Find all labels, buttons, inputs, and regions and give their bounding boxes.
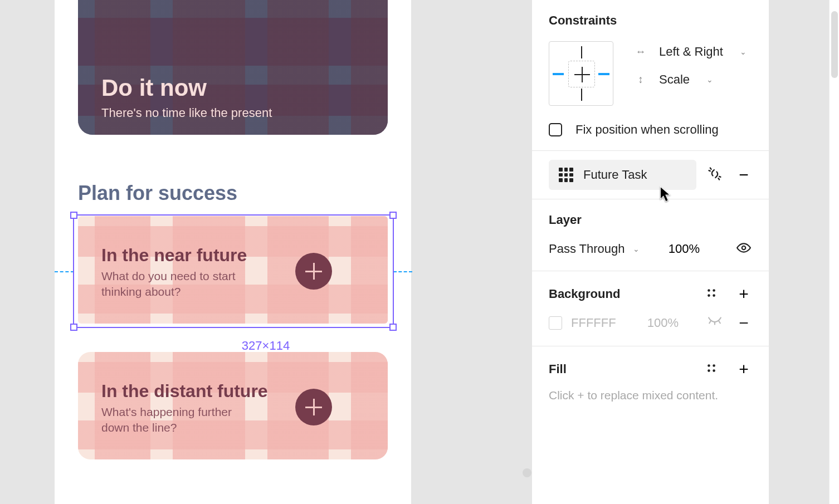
checkbox[interactable] [549, 123, 562, 136]
card-subtitle: What's happening further down the line? [101, 404, 257, 436]
card-title: In the near future [101, 245, 247, 266]
chevron-down-icon: ⌄ [740, 47, 747, 56]
blend-mode-select[interactable]: Pass Through [549, 242, 625, 256]
opacity-value[interactable]: 100% [669, 242, 700, 256]
background-section: Background + FFFFFF 100% − [532, 271, 769, 346]
component-grid-icon [559, 168, 573, 182]
vertical-scrollbar[interactable] [829, 0, 839, 504]
inspector-panel: Constraints ↔ Left & Right ⌄ ↕ Scale ⌄ [531, 0, 769, 504]
vertical-arrow-icon: ↕ [635, 74, 647, 86]
vertical-constraint-select[interactable]: ↕ Scale ⌄ [635, 72, 747, 87]
minus-icon[interactable]: − [735, 165, 752, 184]
component-name: Future Task [583, 168, 647, 182]
color-swatch[interactable] [549, 316, 562, 330]
scrollbar-thumb[interactable] [831, 11, 838, 78]
card-title: Do it now [101, 75, 207, 101]
alignment-guide [55, 271, 74, 272]
bg-opacity-value[interactable]: 100% [647, 316, 679, 330]
card-do-it-now[interactable]: Do it now There's no time like the prese… [78, 0, 388, 135]
hex-value[interactable]: FFFFFF [571, 316, 616, 330]
alignment-guide [393, 271, 412, 272]
horizontal-arrow-icon: ↔ [635, 46, 647, 58]
section-heading: Constraints [549, 13, 752, 28]
fill-hint-text: Click + to replace mixed content. [549, 389, 752, 402]
section-heading: Background [549, 287, 620, 301]
visibility-eye-icon[interactable] [735, 241, 752, 257]
layer-section: Layer Pass Through ⌄ 100% [532, 199, 769, 271]
component-instance-select[interactable]: Future Task [549, 160, 696, 190]
styles-icon[interactable] [703, 362, 720, 376]
plus-icon[interactable]: + [735, 285, 752, 304]
canvas-area[interactable]: Do it now There's no time like the prese… [0, 0, 531, 504]
svg-point-0 [742, 246, 746, 250]
card-near-future[interactable]: In the near future What do you need to s… [78, 216, 388, 324]
svg-point-5 [708, 364, 710, 367]
add-button[interactable] [295, 253, 332, 290]
component-section: Future Task − [532, 151, 769, 199]
svg-point-7 [708, 369, 710, 372]
add-button[interactable] [295, 389, 332, 425]
fix-position-checkbox-row[interactable]: Fix position when scrolling [549, 123, 752, 137]
svg-point-8 [713, 369, 715, 372]
card-subtitle: What do you need to start thinking about… [101, 268, 257, 300]
styles-icon[interactable] [703, 287, 720, 301]
svg-point-4 [713, 294, 715, 297]
section-title: Plan for success [78, 182, 237, 205]
plus-icon[interactable]: + [735, 360, 752, 379]
constraint-value: Scale [659, 72, 690, 87]
card-title: In the distant future [101, 381, 268, 402]
svg-point-2 [713, 289, 715, 292]
fill-section: Fill + Click + to replace mixed content. [532, 346, 769, 415]
chevron-down-icon: ⌄ [706, 75, 713, 84]
chevron-down-icon: ⌄ [633, 244, 640, 253]
svg-point-1 [708, 289, 710, 292]
hidden-eye-icon[interactable] [706, 316, 723, 330]
panel-resize-handle[interactable] [523, 468, 531, 477]
horizontal-constraint-select[interactable]: ↔ Left & Right ⌄ [635, 45, 747, 59]
card-distant-future[interactable]: In the distant future What's happening f… [78, 352, 388, 459]
constraint-value: Left & Right [659, 45, 723, 59]
constraints-section: Constraints ↔ Left & Right ⌄ ↕ Scale ⌄ [532, 0, 769, 151]
card-subtitle: There's no time like the present [101, 106, 272, 120]
constraints-diagram[interactable] [549, 41, 613, 106]
section-heading: Layer [549, 213, 752, 227]
minus-icon[interactable]: − [735, 314, 752, 332]
selection-dimensions: 327×114 [0, 339, 531, 353]
svg-point-6 [713, 364, 715, 367]
section-heading: Fill [549, 362, 567, 376]
checkbox-label: Fix position when scrolling [575, 123, 719, 137]
detach-instance-icon[interactable] [706, 166, 723, 184]
svg-point-3 [708, 294, 710, 297]
